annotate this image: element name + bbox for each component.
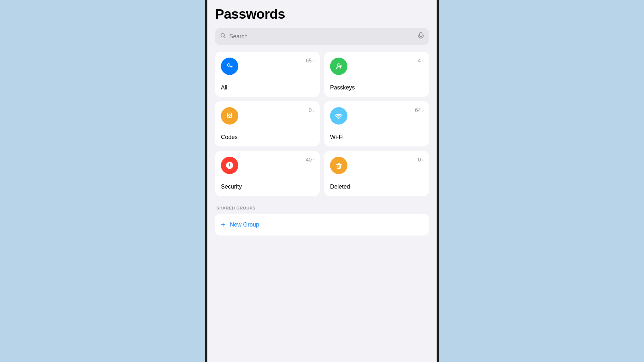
microphone-icon[interactable] xyxy=(418,32,424,41)
passkeys-icon xyxy=(330,58,347,75)
codes-count: 0 xyxy=(309,107,312,114)
all-chevron: › xyxy=(313,58,315,63)
svg-text:!: ! xyxy=(229,163,230,168)
deleted-count: 0 xyxy=(418,157,421,163)
new-group-label: New Group xyxy=(230,221,259,228)
codes-chevron: › xyxy=(313,108,315,113)
codes-label: Codes xyxy=(221,134,315,141)
security-icon: ! xyxy=(221,157,238,174)
search-bar[interactable] xyxy=(215,28,429,45)
svg-rect-2 xyxy=(420,32,422,37)
all-label: All xyxy=(221,84,315,91)
svg-rect-8 xyxy=(232,66,232,67)
all-count-chevron: 65 › xyxy=(306,58,315,64)
security-chevron: › xyxy=(313,157,315,162)
security-card[interactable]: ! 40 › Security xyxy=(215,151,320,196)
passkeys-label: Passkeys xyxy=(330,84,424,91)
wifi-icon xyxy=(330,107,347,125)
wifi-chevron: › xyxy=(422,108,424,113)
new-group-card[interactable]: + New Group xyxy=(215,214,429,236)
cards-grid: 65 › All xyxy=(215,52,429,196)
new-group-plus-icon: + xyxy=(221,220,225,229)
svg-line-1 xyxy=(224,37,226,38)
passkeys-count: 4 xyxy=(418,58,421,64)
card-top-passkeys: 4 › xyxy=(330,58,424,75)
wifi-count: 64 xyxy=(415,107,421,114)
all-card[interactable]: 65 › All xyxy=(215,52,320,97)
card-top-codes: 0 › xyxy=(221,107,315,125)
card-top-security: ! 40 › xyxy=(221,157,315,174)
svg-point-11 xyxy=(338,64,340,66)
codes-card[interactable]: 0 › Codes xyxy=(215,101,320,146)
codes-icon xyxy=(221,107,238,125)
shared-groups-section: SHARED GROUPS + New Group xyxy=(215,206,429,236)
content-area: Passwords xyxy=(207,0,437,362)
card-top-deleted: 0 › xyxy=(330,157,424,174)
deleted-card[interactable]: 0 › Deleted xyxy=(324,151,429,196)
passkeys-chevron: › xyxy=(422,58,424,63)
deleted-label: Deleted xyxy=(330,183,424,190)
deleted-icon xyxy=(330,157,347,174)
page-title: Passwords xyxy=(215,6,429,22)
svg-point-6 xyxy=(228,64,230,66)
svg-rect-19 xyxy=(337,164,340,169)
svg-rect-9 xyxy=(231,67,232,68)
svg-point-16 xyxy=(338,118,339,119)
security-label: Security xyxy=(221,183,315,190)
wifi-label: Wi-Fi xyxy=(330,134,424,141)
all-count: 65 xyxy=(306,58,312,64)
all-icon xyxy=(221,58,238,75)
phone-frame: Passwords xyxy=(205,0,439,362)
codes-count-chevron: 0 › xyxy=(309,107,315,114)
security-count-chevron: 40 › xyxy=(306,157,315,163)
card-top-all: 65 › xyxy=(221,58,315,75)
passkeys-card[interactable]: 4 › Passkeys xyxy=(324,52,429,97)
wifi-card[interactable]: 64 › Wi-Fi xyxy=(324,101,429,146)
passkeys-count-chevron: 4 › xyxy=(418,58,424,64)
card-top-wifi: 64 › xyxy=(330,107,424,125)
search-icon xyxy=(220,33,226,40)
deleted-chevron: › xyxy=(422,157,424,162)
deleted-count-chevron: 0 › xyxy=(418,157,424,163)
shared-groups-header: SHARED GROUPS xyxy=(215,206,429,210)
wifi-count-chevron: 64 › xyxy=(415,107,424,114)
search-input[interactable] xyxy=(229,33,415,40)
security-count: 40 xyxy=(306,157,312,163)
